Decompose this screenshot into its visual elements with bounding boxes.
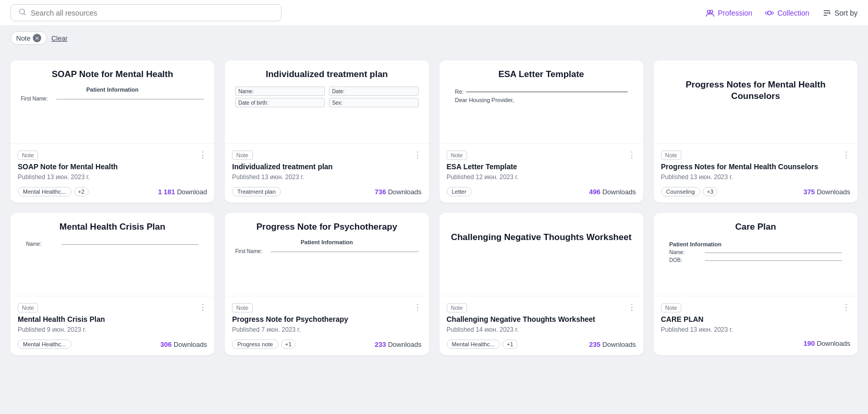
card-info-row1: Note ⋮ [661, 150, 850, 160]
card-date: Published 12 июн. 2023 г. [447, 173, 636, 181]
card-info-row1: Note ⋮ [232, 303, 421, 312]
card-individual-treatment[interactable]: Individualized treatment plan Name: Date… [225, 60, 429, 203]
search-wrap [10, 4, 282, 21]
card-info-row1: Note ⋮ [447, 150, 636, 160]
card-info-care-plan: Note ⋮ CARE PLAN Published 13 июн. 2023 … [654, 296, 858, 340]
download-count: 190 Downloads [803, 340, 850, 347]
card-grid: SOAP Note for Mental Health Patient Info… [0, 50, 868, 366]
note-badge: Note [447, 303, 467, 312]
card-info-row1: Note ⋮ [447, 303, 636, 312]
card-footer-progress-notes: Counseling+3375 Downloads [654, 187, 858, 203]
more-options-icon[interactable]: ⋮ [413, 303, 422, 312]
card-tags: Mental Healthc... [18, 340, 71, 349]
chip-close-button[interactable]: ✕ [33, 34, 41, 42]
sort-by-button[interactable]: Sort by [822, 8, 858, 18]
card-title: CARE PLAN [661, 315, 850, 324]
note-badge: Note [18, 150, 38, 160]
tag-plus: +1 [281, 340, 296, 349]
card-footer-progress-psychotherapy: Progress note+1233 Downloads [225, 340, 429, 355]
tag-main: Progress note [232, 340, 278, 349]
tag-main: Treatment plan [232, 187, 281, 196]
more-options-icon[interactable]: ⋮ [413, 150, 422, 160]
svg-point-2 [707, 10, 710, 12]
download-count: 375 Downloads [803, 188, 850, 196]
svg-line-1 [24, 14, 26, 15]
tag-main: Letter [447, 187, 472, 196]
card-title: Progress Note for Psychotherapy [232, 315, 421, 324]
card-challenging-worksheet[interactable]: Challenging Negative Thoughts Worksheet … [439, 213, 643, 355]
note-filter-chip: Note ✕ [10, 31, 47, 45]
card-footer-soap-note: Mental Healthc...+21 181 Download [10, 187, 214, 203]
note-badge: Note [232, 150, 252, 160]
profession-button[interactable]: Profession [705, 8, 752, 18]
card-title: SOAP Note for Mental Health [18, 162, 207, 171]
toolbar-right: Profession Collection Sort by [705, 8, 858, 18]
card-esa-letter[interactable]: ESA Letter Template Re: Dear Housing Pro… [439, 60, 643, 203]
tag-plus: +2 [74, 187, 89, 196]
svg-point-3 [710, 10, 713, 12]
card-info-mental-health-crisis: Note ⋮ Mental Health Crisis Plan Publish… [10, 296, 214, 340]
card-progress-notes[interactable]: Progress Notes for Mental Health Counsel… [654, 60, 858, 203]
card-footer-mental-health-crisis: Mental Healthc...306 Downloads [10, 340, 214, 355]
card-info-challenging-worksheet: Note ⋮ Challenging Negative Thoughts Wor… [439, 296, 643, 340]
note-badge: Note [661, 303, 681, 312]
card-title: Mental Health Crisis Plan [18, 315, 207, 324]
collection-button[interactable]: Collection [765, 8, 809, 18]
more-options-icon[interactable]: ⋮ [842, 303, 850, 312]
more-options-icon[interactable]: ⋮ [842, 150, 850, 160]
card-title: Individualized treatment plan [232, 162, 421, 171]
search-icon [18, 8, 27, 18]
card-tags: Mental Healthc...+2 [18, 187, 89, 196]
download-count: 1 181 Download [158, 188, 207, 196]
card-tags: Letter [447, 187, 472, 196]
card-info-progress-psychotherapy: Note ⋮ Progress Note for Psychotherapy P… [225, 296, 429, 340]
more-options-icon[interactable]: ⋮ [628, 150, 636, 160]
card-footer-challenging-worksheet: Mental Healthc...+1235 Downloads [439, 340, 643, 355]
card-date: Published 13 июн. 2023 г. [18, 173, 207, 181]
card-tags: Mental Healthc...+1 [447, 340, 518, 349]
more-options-icon[interactable]: ⋮ [628, 303, 636, 312]
note-badge: Note [447, 150, 467, 160]
card-date: Published 7 июн. 2023 г. [232, 326, 421, 333]
card-care-plan[interactable]: Care Plan Patient Information Name: DOB:… [654, 213, 858, 355]
download-count: 496 Downloads [589, 188, 636, 196]
card-date: Published 14 июн. 2023 г. [447, 326, 636, 333]
tag-main: Mental Healthc... [18, 187, 71, 196]
profession-label: Profession [718, 9, 752, 17]
download-count: 233 Downloads [375, 341, 422, 348]
tag-main: Mental Healthc... [18, 340, 71, 349]
card-soap-note[interactable]: SOAP Note for Mental Health Patient Info… [10, 60, 214, 203]
toolbar: Profession Collection Sort by [0, 0, 868, 26]
more-options-icon[interactable]: ⋮ [199, 150, 207, 160]
card-tags: Treatment plan [232, 187, 281, 196]
card-progress-psychotherapy[interactable]: Progress Note for Psychotherapy Patient … [225, 213, 429, 355]
download-count: 736 Downloads [375, 188, 422, 196]
filter-bar: Note ✕ Clear [0, 26, 868, 50]
card-tags: Counseling+3 [661, 187, 718, 196]
chip-label: Note [16, 34, 30, 42]
card-footer-individual-treatment: Treatment plan736 Downloads [225, 187, 429, 203]
card-info-soap-note: Note ⋮ SOAP Note for Mental Health Publi… [10, 144, 214, 187]
card-info-row1: Note ⋮ [232, 150, 421, 160]
note-badge: Note [18, 303, 38, 312]
card-date: Published 9 июн. 2023 г. [18, 326, 207, 333]
card-info-esa-letter: Note ⋮ ESA Letter Template Published 12 … [439, 144, 643, 187]
card-date: Published 13 июн. 2023 г. [661, 326, 850, 333]
card-date: Published 13 июн. 2023 г. [232, 173, 421, 181]
card-title: Progress Notes for Mental Health Counsel… [661, 162, 850, 171]
card-date: Published 13 июн. 2023 г. [661, 173, 850, 181]
card-info-individual-treatment: Note ⋮ Individualized treatment plan Pub… [225, 144, 429, 187]
tag-plus: +1 [503, 340, 518, 349]
clear-filter-button[interactable]: Clear [51, 34, 67, 42]
card-title: Challenging Negative Thoughts Worksheet [447, 315, 636, 324]
collection-label: Collection [777, 9, 809, 17]
tag-main: Counseling [661, 187, 700, 196]
card-info-row1: Note ⋮ [18, 150, 207, 160]
search-input[interactable] [31, 9, 274, 17]
more-options-icon[interactable]: ⋮ [199, 303, 207, 312]
card-info-progress-notes: Note ⋮ Progress Notes for Mental Health … [654, 144, 858, 187]
card-mental-health-crisis[interactable]: Mental Health Crisis Plan Name: Note ⋮ M… [10, 213, 214, 355]
download-count: 235 Downloads [589, 341, 636, 348]
card-tags: Progress note+1 [232, 340, 296, 349]
card-title: ESA Letter Template [447, 162, 636, 171]
